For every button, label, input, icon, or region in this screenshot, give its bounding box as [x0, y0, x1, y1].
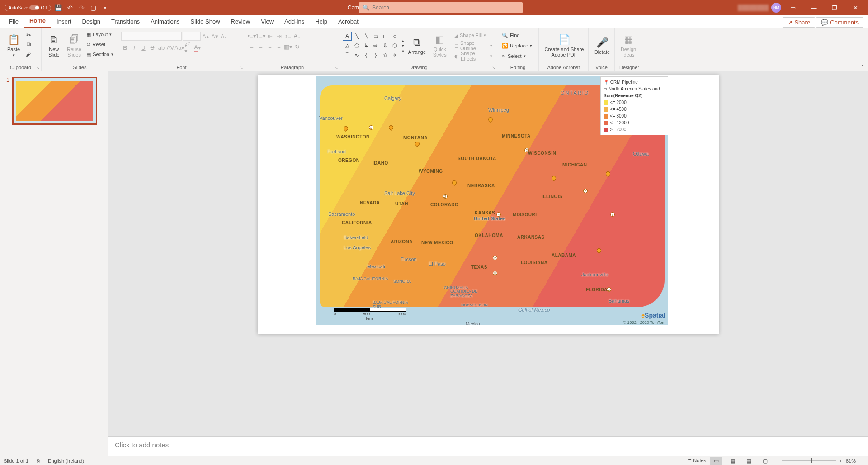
- normal-view-icon[interactable]: ▭: [710, 457, 722, 465]
- shape-fill-button[interactable]: ◢Shape Fill▾: [453, 31, 494, 40]
- strike-icon[interactable]: S: [148, 43, 156, 52]
- replace-button[interactable]: 🔁Replace▾: [500, 41, 536, 50]
- shapes-gallery[interactable]: A ╲╲▭◻○ △⬠↳⇨⇩⬡ ⌒∿{}☆✧: [343, 32, 399, 60]
- dialog-launcher-icon[interactable]: ↘: [240, 66, 243, 70]
- underline-icon[interactable]: U: [139, 43, 147, 52]
- tab-animations[interactable]: Animations: [145, 16, 185, 28]
- align-right-icon[interactable]: ≡: [266, 43, 274, 51]
- paste-button[interactable]: 📋 Paste ▾: [3, 29, 24, 62]
- search-input[interactable]: [372, 5, 519, 11]
- shape-outline-button[interactable]: ◻Shape Outline▾: [453, 41, 494, 50]
- reset-button[interactable]: ↺Reset: [85, 40, 115, 49]
- bold-icon[interactable]: B: [121, 43, 129, 52]
- tab-insert[interactable]: Insert: [51, 16, 77, 28]
- tab-review[interactable]: Review: [226, 16, 256, 28]
- shadow-icon[interactable]: ab: [157, 43, 165, 52]
- cut-icon[interactable]: ✂: [24, 31, 33, 39]
- tab-home[interactable]: Home: [24, 15, 51, 28]
- slide-counter[interactable]: Slide 1 of 1: [4, 458, 28, 464]
- decrease-font-icon[interactable]: A▾: [211, 32, 219, 40]
- present-from-beginning-icon[interactable]: ▢: [89, 3, 98, 12]
- tab-transitions[interactable]: Transitions: [106, 16, 145, 28]
- dictate-button[interactable]: 🎤 Dictate: [591, 29, 613, 62]
- shape-effects-button[interactable]: ◐Shape Effects▾: [453, 52, 494, 61]
- tab-design[interactable]: Design: [77, 16, 106, 28]
- slide-editor[interactable]: 📍 CRM Pipeline ▱ North America States an…: [108, 71, 868, 436]
- numbering-icon[interactable]: 1≡▾: [257, 32, 265, 40]
- quick-styles-button[interactable]: ◧Quick Styles: [430, 29, 450, 62]
- gallery-up-icon[interactable]: ▴: [402, 38, 404, 43]
- collapse-ribbon-icon[interactable]: ⌃: [860, 64, 864, 70]
- font-family-select[interactable]: [121, 32, 182, 41]
- reuse-slides-button[interactable]: 🗐 Reuse Slides: [65, 29, 84, 62]
- columns-icon[interactable]: ▥▾: [284, 43, 292, 51]
- change-case-icon[interactable]: Aa▾: [175, 43, 184, 52]
- undo-icon[interactable]: ↶: [66, 3, 75, 12]
- minimize-icon[interactable]: —: [805, 0, 823, 15]
- autosave-toggle[interactable]: AutoSave Off: [5, 5, 51, 11]
- reading-view-icon[interactable]: ▤: [742, 457, 755, 465]
- increase-indent-icon[interactable]: ⇥: [275, 32, 283, 40]
- design-ideas-button[interactable]: ▦ Design Ideas: [618, 29, 639, 62]
- zoom-out-icon[interactable]: −: [775, 458, 778, 464]
- justify-icon[interactable]: ≡: [275, 43, 283, 51]
- notes-pane[interactable]: Click to add notes: [108, 436, 868, 456]
- gallery-down-icon[interactable]: ▾: [402, 43, 404, 48]
- layout-button[interactable]: ▦Layout▾: [85, 30, 115, 39]
- zoom-level[interactable]: 81%: [846, 458, 856, 464]
- ribbon-display-icon[interactable]: ▭: [784, 0, 802, 15]
- section-button[interactable]: ▤Section▾: [85, 50, 115, 59]
- create-pdf-button[interactable]: 📄 Create and Share Adobe PDF: [542, 29, 587, 62]
- font-size-select[interactable]: [183, 32, 201, 41]
- slide-canvas[interactable]: 📍 CRM Pipeline ▱ North America States an…: [258, 75, 719, 334]
- font-color-icon[interactable]: A▾: [193, 43, 202, 52]
- gallery-more-icon[interactable]: ≡: [402, 48, 404, 53]
- tab-help[interactable]: Help: [310, 16, 333, 28]
- line-spacing-icon[interactable]: ↕≡: [284, 32, 292, 40]
- decrease-indent-icon[interactable]: ⇤: [266, 32, 274, 40]
- shape-textbox-icon[interactable]: A: [343, 32, 352, 41]
- find-button[interactable]: 🔍Find: [500, 31, 536, 40]
- format-painter-icon[interactable]: 🖌: [24, 50, 33, 58]
- save-icon[interactable]: 💾: [54, 3, 63, 12]
- redo-icon[interactable]: ↷: [77, 3, 86, 12]
- copy-icon[interactable]: ⧉: [24, 40, 33, 48]
- new-slide-button[interactable]: 🗎 New Slide: [44, 29, 64, 62]
- share-button[interactable]: ↗Share: [783, 17, 815, 28]
- zoom-slider[interactable]: [782, 460, 836, 461]
- tab-slideshow[interactable]: Slide Show: [185, 16, 225, 28]
- fit-to-window-icon[interactable]: ⛶: [859, 458, 864, 464]
- align-center-icon[interactable]: ≡: [257, 43, 265, 51]
- increase-font-icon[interactable]: A▴: [202, 32, 210, 40]
- accessibility-icon[interactable]: ⎘: [37, 458, 40, 464]
- notes-toggle[interactable]: ≣ Notes: [688, 458, 706, 464]
- italic-icon[interactable]: I: [130, 43, 138, 52]
- dialog-launcher-icon[interactable]: ↘: [335, 66, 338, 70]
- text-direction-icon[interactable]: ↻: [293, 43, 301, 51]
- arrange-button[interactable]: ⧉Arrange: [407, 29, 427, 62]
- search-box[interactable]: 🔍: [359, 2, 523, 13]
- bullets-icon[interactable]: •≡▾: [248, 32, 256, 40]
- qat-customize-icon[interactable]: ▾: [101, 3, 110, 12]
- select-button[interactable]: ↖Select▾: [500, 52, 536, 61]
- dialog-launcher-icon[interactable]: ↘: [492, 66, 495, 70]
- slide-thumbnail[interactable]: [12, 77, 97, 125]
- shape-line-icon[interactable]: ╲: [352, 32, 361, 41]
- tab-view[interactable]: View: [255, 16, 279, 28]
- comments-button[interactable]: 💬Comments: [816, 17, 863, 28]
- char-spacing-icon[interactable]: AV: [166, 43, 175, 52]
- sort-icon[interactable]: A↓: [293, 32, 301, 40]
- slide-sorter-icon[interactable]: ▦: [726, 457, 739, 465]
- zoom-in-icon[interactable]: +: [840, 458, 842, 464]
- close-icon[interactable]: ✕: [846, 0, 864, 15]
- language-status[interactable]: English (Ireland): [48, 458, 84, 464]
- slideshow-view-icon[interactable]: ▢: [759, 457, 771, 465]
- tab-file[interactable]: File: [4, 16, 24, 28]
- highlight-icon[interactable]: 🖍▾: [184, 43, 193, 52]
- clear-format-icon[interactable]: Aₓ: [220, 32, 228, 40]
- tab-acrobat[interactable]: Acrobat: [333, 16, 364, 28]
- dialog-launcher-icon[interactable]: ↘: [36, 66, 40, 70]
- align-left-icon[interactable]: ≡: [248, 43, 256, 51]
- avatar[interactable]: HM: [771, 3, 781, 13]
- tab-addins[interactable]: Add-ins: [279, 16, 310, 28]
